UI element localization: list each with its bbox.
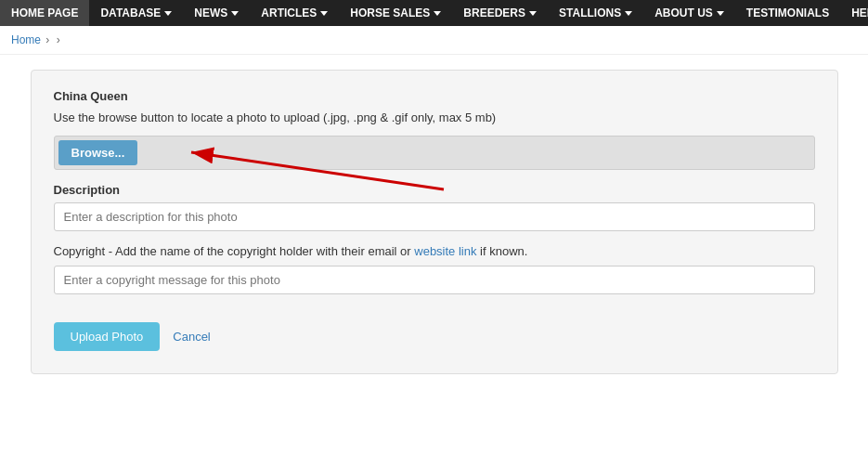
breadcrumb-home[interactable]: Home [11, 33, 41, 46]
nav-about-us[interactable]: ABOUT US [643, 0, 735, 26]
chevron-down-icon [320, 11, 328, 16]
chevron-down-icon [434, 11, 441, 16]
nav-horse-sales[interactable]: HORSE SALES [339, 0, 452, 26]
chevron-down-icon [164, 11, 172, 16]
main-nav: HOME PAGE DATABASE NEWS ARTICLES HORSE S… [0, 0, 868, 26]
copyright-note: Copyright - Add the name of the copyrigh… [54, 244, 815, 258]
copyright-link[interactable]: website link [414, 244, 476, 258]
nav-database[interactable]: DATABASE [89, 0, 183, 26]
upload-form-card: China Queen Use the browse button to loc… [31, 70, 838, 374]
breadcrumb-sep2: › [57, 33, 60, 46]
nav-breeders[interactable]: BREEDERS [452, 0, 548, 26]
upload-instructions: Use the browse button to locate a photo … [54, 110, 815, 124]
chevron-down-icon [529, 11, 537, 16]
copyright-input[interactable] [54, 266, 815, 294]
chevron-down-icon [231, 11, 239, 16]
horse-name: China Queen [54, 89, 815, 103]
nav-articles[interactable]: ARTICLES [250, 0, 339, 26]
breadcrumb-sep1: › [45, 33, 49, 46]
nav-testimonials[interactable]: TESTIMONIALS [735, 0, 840, 26]
nav-news[interactable]: NEWS [183, 0, 250, 26]
content-area: China Queen Use the browse button to loc… [0, 55, 868, 389]
nav-home[interactable]: HOME PAGE [0, 0, 89, 26]
file-input-row: Browse... [54, 136, 815, 170]
cancel-link[interactable]: Cancel [173, 330, 210, 344]
form-button-row: Upload Photo Cancel [54, 322, 815, 351]
breadcrumb: Home › › [0, 26, 868, 55]
upload-photo-button[interactable]: Upload Photo [54, 322, 161, 351]
chevron-down-icon [717, 11, 724, 16]
description-label: Description [54, 183, 815, 197]
nav-help[interactable]: HELP [840, 0, 868, 26]
browse-button[interactable]: Browse... [58, 140, 138, 165]
nav-stallions[interactable]: STALLIONS [548, 0, 643, 26]
description-input[interactable] [54, 202, 815, 231]
chevron-down-icon [625, 11, 632, 16]
